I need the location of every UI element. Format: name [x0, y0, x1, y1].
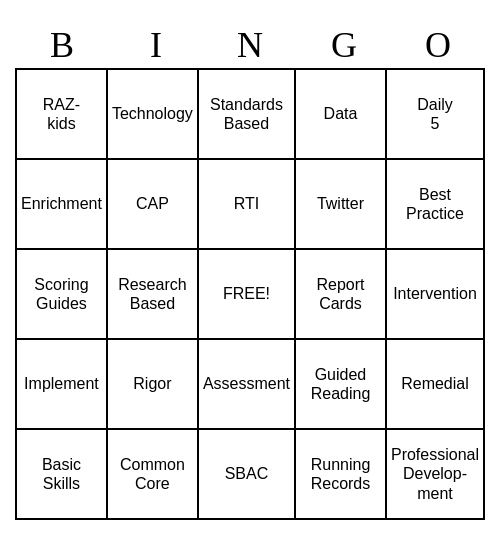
cell-text: Remedial [401, 374, 469, 393]
header-letter: N [206, 24, 294, 66]
bingo-cell: CommonCore [108, 430, 199, 520]
bingo-container: BINGO RAZ-kidsTechnologyStandardsBasedDa… [15, 24, 485, 520]
cell-text: GuidedReading [311, 365, 371, 403]
cell-text: Intervention [393, 284, 477, 303]
bingo-cell: Rigor [108, 340, 199, 430]
header-letter: G [300, 24, 388, 66]
header-letter: O [394, 24, 482, 66]
bingo-cell: BestPractice [387, 160, 485, 250]
bingo-cell: ReportCards [296, 250, 387, 340]
cell-text: Enrichment [21, 194, 102, 213]
cell-text: SBAC [225, 464, 269, 483]
cell-text: ResearchBased [118, 275, 186, 313]
header-letter: B [18, 24, 106, 66]
bingo-cell: SBAC [199, 430, 296, 520]
cell-text: ReportCards [316, 275, 364, 313]
bingo-cell: ScoringGuides [17, 250, 108, 340]
cell-text: RTI [234, 194, 259, 213]
bingo-cell: Implement [17, 340, 108, 430]
cell-text: Twitter [317, 194, 364, 213]
cell-text: CAP [136, 194, 169, 213]
bingo-header: BINGO [15, 24, 485, 66]
header-letter: I [112, 24, 200, 66]
bingo-cell: Intervention [387, 250, 485, 340]
cell-text: StandardsBased [210, 95, 283, 133]
cell-text: Implement [24, 374, 99, 393]
cell-text: Rigor [133, 374, 171, 393]
cell-text: Data [324, 104, 358, 123]
bingo-cell: BasicSkills [17, 430, 108, 520]
cell-text: Assessment [203, 374, 290, 393]
bingo-cell: RunningRecords [296, 430, 387, 520]
bingo-cell: GuidedReading [296, 340, 387, 430]
cell-text: ScoringGuides [34, 275, 88, 313]
bingo-cell: RAZ-kids [17, 70, 108, 160]
cell-text: RunningRecords [311, 455, 371, 493]
bingo-cell: CAP [108, 160, 199, 250]
bingo-cell: Assessment [199, 340, 296, 430]
cell-text: BasicSkills [42, 455, 81, 493]
cell-text: CommonCore [120, 455, 185, 493]
cell-text: BestPractice [406, 185, 464, 223]
cell-text: ProfessionalDevelop-ment [391, 445, 479, 503]
bingo-cell: Remedial [387, 340, 485, 430]
bingo-cell: Twitter [296, 160, 387, 250]
bingo-cell: Data [296, 70, 387, 160]
bingo-cell: FREE! [199, 250, 296, 340]
bingo-grid: RAZ-kidsTechnologyStandardsBasedDataDail… [15, 68, 485, 520]
bingo-cell: RTI [199, 160, 296, 250]
bingo-cell: ResearchBased [108, 250, 199, 340]
cell-text: Technology [112, 104, 193, 123]
bingo-cell: Enrichment [17, 160, 108, 250]
bingo-cell: Technology [108, 70, 199, 160]
cell-text: FREE! [223, 284, 270, 303]
bingo-cell: ProfessionalDevelop-ment [387, 430, 485, 520]
bingo-cell: StandardsBased [199, 70, 296, 160]
cell-text: RAZ-kids [43, 95, 80, 133]
bingo-cell: Daily5 [387, 70, 485, 160]
cell-text: Daily5 [417, 95, 453, 133]
